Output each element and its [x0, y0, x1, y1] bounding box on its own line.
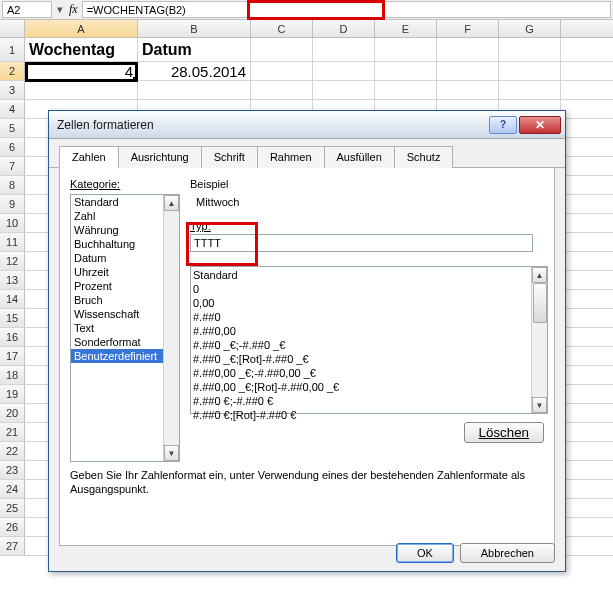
scroll-track[interactable] — [164, 211, 179, 445]
scroll-down-icon[interactable]: ▼ — [532, 397, 547, 413]
typ-input[interactable] — [190, 234, 533, 252]
row-header[interactable]: 24 — [0, 480, 25, 498]
tab-schrift[interactable]: Schrift — [201, 146, 258, 168]
row-header[interactable]: 20 — [0, 404, 25, 422]
col-header-g[interactable]: G — [499, 20, 561, 37]
scrollbar[interactable]: ▲ ▼ — [163, 195, 179, 461]
cell[interactable] — [313, 62, 375, 80]
row-header[interactable]: 11 — [0, 233, 25, 251]
cell[interactable] — [251, 62, 313, 80]
cell[interactable] — [437, 62, 499, 80]
cell[interactable] — [499, 81, 561, 99]
cell-a1[interactable]: Wochentag — [25, 38, 138, 61]
cell[interactable] — [437, 38, 499, 61]
cell[interactable] — [313, 81, 375, 99]
row-header[interactable]: 17 — [0, 347, 25, 365]
row-header[interactable]: 15 — [0, 309, 25, 327]
dialog-title-bar[interactable]: Zellen formatieren ? ✕ — [49, 111, 565, 139]
scroll-up-icon[interactable]: ▲ — [532, 267, 547, 283]
col-header-d[interactable]: D — [313, 20, 375, 37]
format-item[interactable]: #.##0 €;[Rot]-#.##0 € — [193, 408, 545, 422]
close-button[interactable]: ✕ — [519, 116, 561, 134]
row-header[interactable]: 12 — [0, 252, 25, 270]
help-button[interactable]: ? — [489, 116, 517, 134]
row-header[interactable]: 18 — [0, 366, 25, 384]
ok-button[interactable]: OK — [396, 543, 454, 563]
row-header[interactable]: 8 — [0, 176, 25, 194]
row-header[interactable]: 22 — [0, 442, 25, 460]
row-header[interactable]: 3 — [0, 81, 25, 99]
row-header[interactable]: 6 — [0, 138, 25, 156]
row-header[interactable]: 13 — [0, 271, 25, 289]
format-item[interactable]: #.##0 — [193, 310, 545, 324]
row-header[interactable]: 25 — [0, 499, 25, 517]
scroll-up-icon[interactable]: ▲ — [164, 195, 179, 211]
col-header-b[interactable]: B — [138, 20, 251, 37]
row-header[interactable]: 10 — [0, 214, 25, 232]
typ-label: Typ: — [190, 220, 544, 232]
scrollbar[interactable]: ▲ ▼ — [531, 267, 547, 413]
formula-input[interactable]: =WOCHENTAG(B2) — [82, 1, 611, 18]
cell[interactable] — [375, 81, 437, 99]
fx-label[interactable]: fx — [67, 2, 80, 17]
row-header-2[interactable]: 2 — [0, 62, 25, 80]
cell[interactable] — [375, 62, 437, 80]
cell-b1[interactable]: Datum — [138, 38, 251, 61]
scroll-thumb[interactable] — [533, 283, 547, 323]
format-list[interactable]: Standard00,00#.##0#.##0,00#.##0 _€;-#.##… — [190, 266, 548, 414]
tab-schutz[interactable]: Schutz — [394, 146, 454, 168]
row-header[interactable]: 19 — [0, 385, 25, 403]
row-header[interactable]: 4 — [0, 100, 25, 118]
tab-ausfuellen[interactable]: Ausfüllen — [324, 146, 395, 168]
cell-b2[interactable]: 28.05.2014 — [138, 62, 251, 80]
col-header-f[interactable]: F — [437, 20, 499, 37]
col-header-a[interactable]: A — [25, 20, 138, 37]
format-cells-dialog: Zellen formatieren ? ✕ Zahlen Ausrichtun… — [48, 110, 566, 572]
row-header[interactable]: 7 — [0, 157, 25, 175]
name-box[interactable]: A2 — [2, 1, 52, 18]
tab-ausrichtung[interactable]: Ausrichtung — [118, 146, 202, 168]
row-header[interactable]: 21 — [0, 423, 25, 441]
dialog-tabs: Zahlen Ausrichtung Schrift Rahmen Ausfül… — [49, 139, 565, 168]
tab-zahlen[interactable]: Zahlen — [59, 146, 119, 168]
scroll-track[interactable] — [532, 283, 547, 397]
cell[interactable] — [499, 62, 561, 80]
cell[interactable] — [25, 81, 138, 99]
beispiel-value: Mittwoch — [196, 196, 544, 208]
row-header[interactable]: 9 — [0, 195, 25, 213]
col-header-c[interactable]: C — [251, 20, 313, 37]
cell[interactable] — [251, 38, 313, 61]
row-header[interactable]: 16 — [0, 328, 25, 346]
row-header[interactable]: 27 — [0, 537, 25, 555]
delete-button[interactable]: Löschen — [464, 422, 544, 443]
beispiel-label: Beispiel — [190, 178, 544, 190]
row-header[interactable]: 5 — [0, 119, 25, 137]
row-header[interactable]: 26 — [0, 518, 25, 536]
row-header[interactable]: 14 — [0, 290, 25, 308]
name-box-dropdown[interactable]: ▾ — [54, 1, 65, 18]
format-item[interactable]: #.##0 _€;[Rot]-#.##0 _€ — [193, 352, 545, 366]
format-item[interactable]: #.##0,00 _€;-#.##0,00 _€ — [193, 366, 545, 380]
row-header-1[interactable]: 1 — [0, 38, 25, 61]
format-item[interactable]: 0,00 — [193, 296, 545, 310]
scroll-down-icon[interactable]: ▼ — [164, 445, 179, 461]
cell[interactable] — [138, 81, 251, 99]
cell[interactable] — [251, 81, 313, 99]
cell-a2[interactable]: 4 — [25, 62, 138, 80]
cell[interactable] — [499, 38, 561, 61]
cancel-button[interactable]: Abbrechen — [460, 543, 555, 563]
row-header[interactable]: 23 — [0, 461, 25, 479]
format-item[interactable]: #.##0 _€;-#.##0 _€ — [193, 338, 545, 352]
format-item[interactable]: #.##0 €;-#.##0 € — [193, 394, 545, 408]
select-all-corner[interactable] — [0, 20, 25, 37]
format-item[interactable]: #.##0,00 — [193, 324, 545, 338]
format-item[interactable]: 0 — [193, 282, 545, 296]
format-item[interactable]: #.##0,00 _€;[Rot]-#.##0,00 _€ — [193, 380, 545, 394]
cell[interactable] — [437, 81, 499, 99]
col-header-e[interactable]: E — [375, 20, 437, 37]
cell[interactable] — [313, 38, 375, 61]
tab-rahmen[interactable]: Rahmen — [257, 146, 325, 168]
cell[interactable] — [375, 38, 437, 61]
category-list[interactable]: StandardZahlWährungBuchhaltungDatumUhrze… — [70, 194, 180, 462]
format-item[interactable]: Standard — [193, 268, 545, 282]
